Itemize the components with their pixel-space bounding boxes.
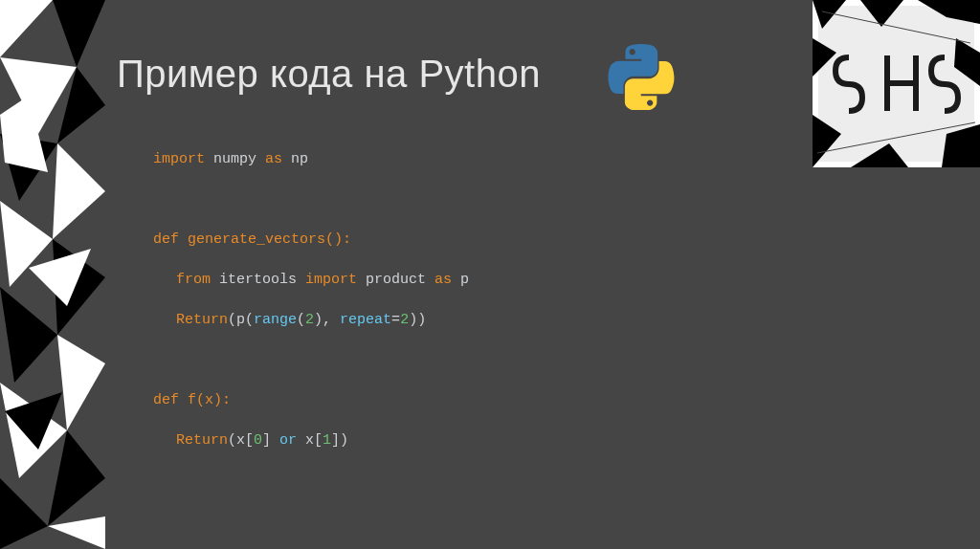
code-block: import numpy as np def generate_vectors(… (153, 129, 549, 549)
code-line: def generate_vectors(): (153, 230, 549, 250)
python-logo-icon (608, 43, 675, 110)
slide-title: Пример кода на Python (117, 53, 541, 96)
corner-abstract-logo (813, 0, 980, 167)
code-line: Return(x[0] or x[1]) (176, 430, 549, 450)
code-blank (153, 189, 549, 209)
code-line: def f(x): (153, 390, 549, 410)
code-blank (153, 471, 549, 491)
code-line: from itertools import product as p (176, 270, 549, 290)
code-line: import numpy as np (153, 149, 549, 169)
left-abstract-art (0, 0, 105, 549)
code-line: Return(p(range(2), repeat=2)) (176, 310, 549, 330)
code-blank (153, 511, 549, 531)
code-blank (153, 350, 549, 370)
triangles-icon (0, 0, 105, 549)
